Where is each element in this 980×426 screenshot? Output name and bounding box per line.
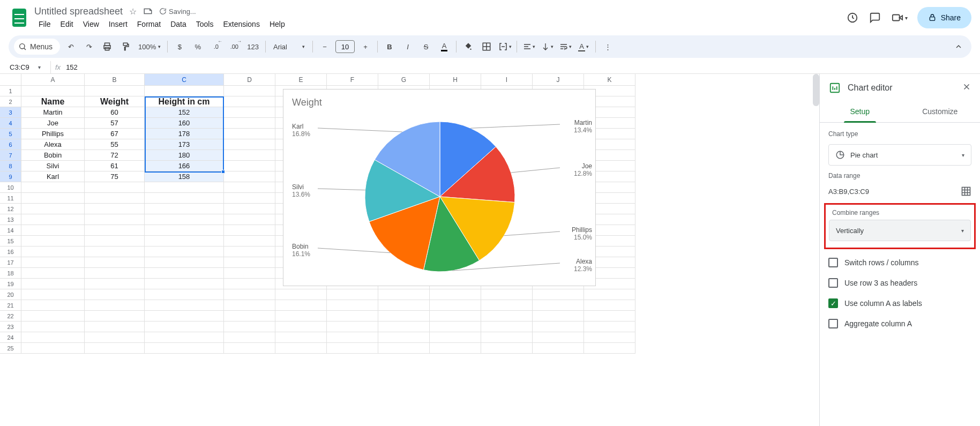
cell-B1[interactable] <box>85 86 145 96</box>
font-size-increment[interactable]: + <box>358 39 373 54</box>
row-header-24[interactable]: 24 <box>0 332 21 343</box>
cell-K21[interactable] <box>584 300 635 311</box>
cell-B16[interactable] <box>85 246 145 257</box>
cell-C9[interactable]: 158 <box>145 171 224 182</box>
cell-F24[interactable] <box>327 332 378 343</box>
cell-A1[interactable] <box>21 86 85 96</box>
cell-C23[interactable] <box>145 322 224 332</box>
number-format-button[interactable]: 123 <box>245 39 261 54</box>
combine-ranges-select[interactable]: Vertically ▾ <box>829 220 971 241</box>
cell-H21[interactable] <box>430 300 481 311</box>
menu-tools[interactable]: Tools <box>192 18 218 31</box>
row-header-5[interactable]: 5 <box>0 129 21 139</box>
cell-C12[interactable] <box>145 204 224 214</box>
format-currency-button[interactable]: $ <box>172 39 187 54</box>
cell-D14[interactable] <box>224 225 275 236</box>
cell-D5[interactable] <box>224 129 275 139</box>
menu-help[interactable]: Help <box>265 18 289 31</box>
cell-B6[interactable]: 55 <box>85 139 145 150</box>
cell-A17[interactable] <box>21 257 85 268</box>
borders-button[interactable] <box>479 39 494 54</box>
cell-D16[interactable] <box>224 246 275 257</box>
cell-G24[interactable] <box>378 332 430 343</box>
embedded-pie-chart[interactable]: Weight Martin13.4%Joe12.8%Phillips15.0%A… <box>283 89 596 286</box>
cell-A19[interactable] <box>21 279 85 289</box>
cell-B12[interactable] <box>85 204 145 214</box>
column-header-C[interactable]: C <box>145 74 224 86</box>
cell-C25[interactable] <box>145 343 224 354</box>
horizontal-align-button[interactable]: ▾ <box>521 39 536 54</box>
cell-I24[interactable] <box>481 332 533 343</box>
cell-B13[interactable] <box>85 214 145 225</box>
menu-insert[interactable]: Insert <box>104 18 132 31</box>
cell-B3[interactable]: 60 <box>85 107 145 118</box>
row-header-19[interactable]: 19 <box>0 279 21 289</box>
rotate-button[interactable]: A▾ <box>576 39 591 54</box>
formula-input[interactable]: 152 <box>64 63 78 71</box>
cell-C3[interactable]: 152 <box>145 107 224 118</box>
cell-J20[interactable] <box>533 289 584 300</box>
close-icon[interactable] <box>962 82 971 94</box>
cell-B20[interactable] <box>85 289 145 300</box>
cell-E21[interactable] <box>275 300 327 311</box>
menu-format[interactable]: Format <box>133 18 165 31</box>
row-header-17[interactable]: 17 <box>0 257 21 268</box>
cell-A14[interactable] <box>21 225 85 236</box>
cell-B4[interactable]: 57 <box>85 118 145 129</box>
cell-D7[interactable] <box>224 150 275 161</box>
use-column-labels-checkbox[interactable]: Use column A as labels <box>828 296 971 310</box>
cell-D13[interactable] <box>224 214 275 225</box>
cell-D3[interactable] <box>224 107 275 118</box>
column-header-H[interactable]: H <box>430 74 481 86</box>
cell-B5[interactable]: 67 <box>85 129 145 139</box>
menu-view[interactable]: View <box>79 18 103 31</box>
cell-B21[interactable] <box>85 300 145 311</box>
cell-D9[interactable] <box>224 171 275 182</box>
column-header-B[interactable]: B <box>85 74 145 86</box>
cell-D15[interactable] <box>224 236 275 246</box>
cell-A25[interactable] <box>21 343 85 354</box>
cell-A9[interactable]: Karl <box>21 171 85 182</box>
cell-B2[interactable]: Weight <box>85 96 145 107</box>
cell-G25[interactable] <box>378 343 430 354</box>
data-range-value[interactable]: A3:B9,C3:C9 <box>828 188 869 196</box>
cell-C7[interactable]: 180 <box>145 150 224 161</box>
cell-E20[interactable] <box>275 289 327 300</box>
cell-I22[interactable] <box>481 311 533 322</box>
vertical-align-button[interactable]: ▾ <box>540 39 555 54</box>
cell-I23[interactable] <box>481 322 533 332</box>
cell-B10[interactable] <box>85 182 145 193</box>
cell-H25[interactable] <box>430 343 481 354</box>
cell-J23[interactable] <box>533 322 584 332</box>
cell-D22[interactable] <box>224 311 275 322</box>
cell-C21[interactable] <box>145 300 224 311</box>
row-header-10[interactable]: 10 <box>0 182 21 193</box>
vertical-scrollbar[interactable] <box>813 74 819 106</box>
column-header-F[interactable]: F <box>327 74 378 86</box>
cell-I21[interactable] <box>481 300 533 311</box>
row-header-25[interactable]: 25 <box>0 343 21 354</box>
row-header-22[interactable]: 22 <box>0 311 21 322</box>
row-header-15[interactable]: 15 <box>0 236 21 246</box>
wrap-button[interactable]: ▾ <box>558 39 573 54</box>
font-size-decrement[interactable]: − <box>317 39 332 54</box>
cell-A22[interactable] <box>21 311 85 322</box>
cell-H20[interactable] <box>430 289 481 300</box>
column-header-D[interactable]: D <box>224 74 275 86</box>
cell-D23[interactable] <box>224 322 275 332</box>
comments-icon[interactable] <box>869 11 881 24</box>
row-header-4[interactable]: 4 <box>0 118 21 129</box>
cell-D11[interactable] <box>224 193 275 204</box>
cell-H23[interactable] <box>430 322 481 332</box>
share-button[interactable]: Share <box>917 7 971 28</box>
cell-F22[interactable] <box>327 311 378 322</box>
cell-D17[interactable] <box>224 257 275 268</box>
cell-C13[interactable] <box>145 214 224 225</box>
cell-I20[interactable] <box>481 289 533 300</box>
cell-F20[interactable] <box>327 289 378 300</box>
cell-C17[interactable] <box>145 257 224 268</box>
cell-D8[interactable] <box>224 161 275 171</box>
redo-button[interactable]: ↷ <box>81 39 96 54</box>
select-range-icon[interactable] <box>961 186 971 197</box>
aggregate-column-checkbox[interactable]: Aggregate column A <box>828 317 971 331</box>
